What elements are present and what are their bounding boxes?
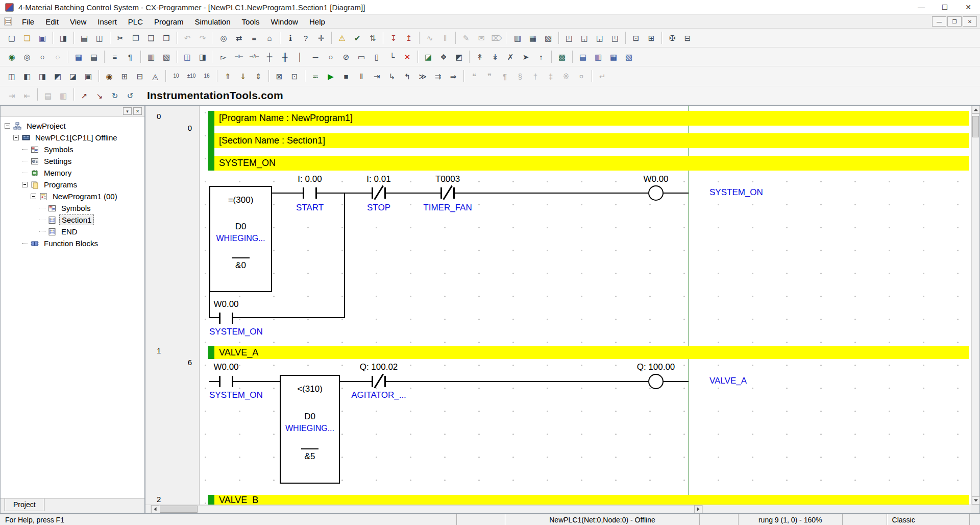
menu-help[interactable]: Help (304, 16, 331, 28)
help-topics-button[interactable]: ? (298, 31, 313, 45)
new-contact-button[interactable]: ⊣⊢ (231, 50, 247, 64)
stop-simulation-button[interactable]: ■ (338, 69, 354, 83)
align-list-bottom-button[interactable]: ▥ (56, 88, 71, 103)
annotation-list-button[interactable]: ※ (558, 69, 574, 83)
continuous-step-run-button[interactable]: ≫ (415, 69, 430, 83)
scroll-down-icon[interactable] (972, 496, 980, 505)
step-out-button[interactable]: ↰ (400, 69, 415, 83)
monitor-in-rung-button[interactable]: ◫ (180, 50, 195, 64)
contact-agitator[interactable] (372, 376, 386, 387)
maximize-button[interactable]: ☐ (933, 0, 957, 14)
menu-window[interactable]: Window (265, 16, 304, 28)
close-button[interactable]: ✕ (957, 0, 980, 14)
tree-item-function-blocks[interactable]: Function Blocks (2, 237, 143, 249)
tree-item-symbols[interactable]: Symbols (2, 202, 143, 214)
memory-card-view-button[interactable]: ▩ (554, 50, 570, 64)
insert-comment-button[interactable]: ❝ (467, 69, 482, 83)
tree-collapse-icon[interactable] (5, 123, 10, 129)
forced-status-window-button[interactable]: ⊡ (287, 69, 302, 83)
run-simulation-button[interactable]: ▶ (323, 69, 338, 83)
tree-item-newprogram1-00[interactable]: NewProgram1 (00) (2, 190, 143, 202)
new-or-contact-button[interactable]: ╪ (262, 50, 277, 64)
zoom-to-fit-button[interactable]: ◌ (50, 50, 65, 64)
go-to-next-address-button[interactable]: ↗ (77, 88, 92, 103)
toggle-project-workspace-button[interactable]: ◨ (56, 31, 71, 45)
new-coil-button[interactable]: ○ (323, 50, 338, 64)
go-to-next-output-button[interactable]: ↻ (107, 88, 122, 103)
symbol-table-window-button[interactable]: ◰ (561, 31, 577, 45)
new-function-block-invocation-button[interactable]: ▯ (369, 50, 384, 64)
zoom-in-button[interactable]: ◉ (4, 50, 19, 64)
view-io-table-button[interactable]: ▥ (591, 50, 606, 64)
monitor-mode-button[interactable]: ▥ (510, 31, 525, 45)
online-edit-button[interactable]: ✎ (458, 31, 474, 45)
attach-comment-button[interactable]: § (512, 69, 528, 83)
ladder-canvas[interactable]: [Program Name : NewProgram1] [Section Na… (200, 106, 971, 505)
show-function-block-members-button[interactable]: ❖ (436, 50, 451, 64)
new-line-connect-button[interactable]: └ (384, 50, 400, 64)
tree-item-settings[interactable]: Settings (2, 155, 143, 167)
show-comments-button[interactable]: ¶ (122, 50, 138, 64)
download-program-button[interactable]: ⇓ (235, 69, 251, 83)
tree-collapse-icon[interactable] (22, 182, 28, 187)
rung-annotation-1-button[interactable]: † (528, 69, 543, 83)
cascade-windows-button[interactable]: ◧ (19, 69, 35, 83)
new-vertical-line-button[interactable]: │ (292, 50, 308, 64)
io-comment-display-button[interactable]: ◨ (195, 50, 210, 64)
browse-function-blocks-button[interactable]: ◩ (451, 50, 467, 64)
scan-run-button[interactable]: ⇉ (430, 69, 446, 83)
save-file-button[interactable]: ▣ (35, 31, 50, 45)
paste-special-button[interactable]: ❒ (159, 31, 174, 45)
insert-rung-above-button[interactable]: ↟ (472, 50, 487, 64)
comment-options-button[interactable]: ¤ (574, 69, 589, 83)
scroll-up-icon[interactable] (972, 106, 980, 114)
selection-tool-button[interactable]: ▻ (216, 50, 231, 64)
compare-instruction-block-rung0[interactable]: =(300) D0 WHIEGING... &0 (209, 186, 272, 292)
options-dialog-button[interactable]: ✠ (665, 31, 680, 45)
new-closed-or-contact-button[interactable]: ╫ (277, 50, 292, 64)
insert-rung-below-button[interactable]: ↡ (487, 50, 503, 64)
output-window-button[interactable]: ◳ (607, 31, 623, 45)
contact-start[interactable] (303, 187, 317, 199)
undo-button[interactable]: ↶ (180, 31, 195, 45)
hex-display-button[interactable]: 16 (199, 69, 214, 83)
memory-view-button[interactable]: ⊟ (680, 31, 695, 45)
minimize-button[interactable]: — (910, 0, 933, 14)
menu-edit[interactable]: Edit (40, 16, 64, 28)
new-window-button[interactable]: ◫ (4, 69, 19, 83)
data-trace-button[interactable]: ∿ (422, 31, 437, 45)
power-flow-monitor-button[interactable]: ▦ (525, 31, 541, 45)
transfer-from-plc-button[interactable]: ↥ (401, 31, 416, 45)
address-reference-window-button[interactable]: ◱ (577, 31, 592, 45)
new-file-button[interactable]: ▢ (4, 31, 19, 45)
menu-tools[interactable]: Tools (236, 16, 265, 28)
tree-item-programs[interactable]: Programs (2, 179, 143, 190)
copy-button[interactable]: ❐ (128, 31, 143, 45)
coil-valve-a[interactable] (648, 374, 664, 389)
show-rung-numbers-button[interactable]: ≡ (107, 50, 122, 64)
work-online-simulator-button[interactable]: ≂ (308, 69, 323, 83)
tree-collapse-icon[interactable] (31, 194, 36, 199)
view-memory-button[interactable]: ▧ (621, 50, 636, 64)
mdi-close-button[interactable]: ✕ (963, 16, 977, 27)
delete-rung-button[interactable]: ✗ (503, 50, 518, 64)
tree-item-newplc1-cp1l-offline[interactable]: NewPLC1[CP1L] Offline (2, 132, 143, 144)
workspace-close-icon[interactable]: ✕ (133, 107, 142, 115)
watch-window-button[interactable]: ◲ (592, 31, 607, 45)
signed-decimal-display-button[interactable]: ±10 (184, 69, 199, 83)
watch-remove-button[interactable]: ⊟ (132, 69, 148, 83)
edit-comment-button[interactable]: ❞ (482, 69, 497, 83)
pause-simulation-button[interactable]: ‖ (354, 69, 369, 83)
tile-horizontally-button[interactable]: ◨ (35, 69, 50, 83)
mdi-restore-button[interactable]: ❐ (947, 16, 962, 27)
replace-button[interactable]: ⇄ (231, 31, 247, 45)
set-breakpoint-button[interactable]: ⇒ (446, 69, 461, 83)
program-check-options-button[interactable]: ⇅ (365, 31, 380, 45)
set-value-window-button[interactable]: ⊠ (272, 69, 287, 83)
menu-simulation[interactable]: Simulation (189, 16, 236, 28)
new-plc-instruction-button[interactable]: ▭ (354, 50, 369, 64)
coil-system-on[interactable] (648, 185, 664, 201)
contact-timer-fan[interactable] (440, 187, 455, 199)
compile-all-programs-button[interactable]: ✔ (350, 31, 365, 45)
menu-program[interactable]: Program (149, 16, 189, 28)
